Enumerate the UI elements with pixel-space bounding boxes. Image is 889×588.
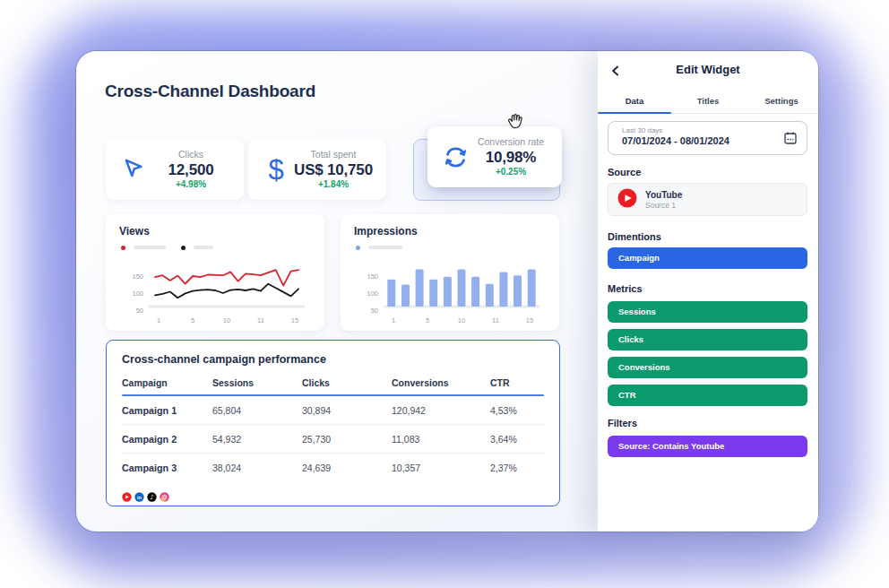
dimensions-heading: Dimentions (608, 231, 661, 242)
calendar-icon (783, 131, 798, 149)
kpi-card-conversion-rate-dragging[interactable]: Conversion rate 10,98% +0.25% (427, 126, 562, 187)
views-chart-legend (121, 244, 311, 251)
svg-text:10: 10 (223, 316, 230, 324)
svg-text:1: 1 (392, 316, 395, 324)
instagram-icon (160, 489, 169, 506)
svg-text:5: 5 (191, 316, 194, 324)
sync-icon (439, 145, 471, 169)
svg-text:50: 50 (136, 307, 143, 315)
svg-text:150: 150 (132, 272, 143, 281)
date-preset-label: Last 30 days (622, 126, 776, 134)
tiktok-icon: ♪ (147, 489, 157, 506)
kpi-label: Clicks (178, 149, 203, 160)
svg-text:11: 11 (257, 316, 264, 324)
table-header: Campaign Sessions Clicks Conversions CTR (122, 375, 544, 391)
kpi-value: 10,98% (486, 148, 536, 167)
source-item-youtube[interactable]: YouTube Source 1 (608, 183, 807, 216)
kpi-value: US$ 10,750 (294, 160, 373, 179)
column-header: Clicks (302, 377, 392, 388)
views-chart-widget[interactable]: Views 1501005015101115 (106, 214, 324, 331)
cursor-arrow-icon (117, 157, 150, 182)
kpi-card-total-spent[interactable]: $ Total spent US$ 10,750 +1.84% (248, 139, 386, 200)
kpi-delta: +1.84% (318, 179, 349, 191)
source-subtitle: Source 1 (645, 201, 682, 210)
svg-text:15: 15 (291, 316, 298, 324)
svg-text:50: 50 (371, 307, 378, 315)
source-heading: Source (608, 167, 641, 177)
svg-text:11: 11 (492, 316, 499, 324)
kpi-card-clicks[interactable]: Clicks 12,500 +4.98% (106, 139, 244, 200)
kpi-label: Conversion rate (478, 136, 544, 148)
panel-tabs: Data Titles Settings (598, 89, 818, 114)
panel-title: Edit Widget (598, 63, 818, 76)
svg-text:15: 15 (526, 316, 533, 324)
tab-data[interactable]: Data (598, 89, 671, 113)
column-header: Campaign (122, 377, 212, 388)
metric-pill-conversions[interactable]: Conversions (608, 357, 807, 378)
kpi-delta: +0.25% (496, 167, 526, 178)
impressions-chart-legend (356, 244, 546, 251)
impressions-bar-chart: 1501005015101115 (354, 253, 544, 326)
tab-titles[interactable]: Titles (671, 89, 745, 113)
dimension-pill-campaign[interactable]: Campaign (608, 247, 807, 269)
table-row: Campaign 3 38,024 24,639 10,357 2,37% (122, 454, 544, 481)
column-header: Sessions (212, 377, 302, 388)
source-name: YouTube (645, 189, 682, 201)
svg-text:150: 150 (367, 272, 378, 281)
metric-pill-ctr[interactable]: CTR (608, 385, 807, 406)
svg-text:♪: ♪ (150, 494, 153, 501)
metrics-heading: Metrics (608, 283, 643, 294)
date-range-value: 07/01/2024 - 08/01/2024 (622, 135, 776, 146)
table-row: Campaign 2 54,932 25,730 11,083 3,64% (122, 425, 544, 454)
dollar-icon: $ (260, 156, 292, 184)
svg-text:100: 100 (132, 290, 143, 298)
channel-source-icons: in ♪ (122, 489, 544, 506)
impressions-chart-widget[interactable]: Impressions 1501005015101115 (341, 214, 559, 331)
svg-text:100: 100 (367, 290, 378, 298)
filters-heading: Filters (608, 418, 637, 428)
column-header: CTR (490, 377, 544, 388)
table-title: Cross-channel campaign performance (122, 353, 544, 366)
metric-pill-sessions[interactable]: Sessions (608, 301, 807, 323)
filter-pill-source-youtube[interactable]: Source: Contains Youtube (608, 436, 807, 457)
svg-text:in: in (137, 495, 142, 500)
views-line-chart: 1501005015101115 (119, 253, 309, 326)
grab-hand-cursor-icon (505, 112, 528, 132)
campaign-performance-table-widget[interactable]: Cross-channel campaign performance Campa… (106, 340, 560, 506)
date-range-field[interactable]: Last 30 days 07/01/2024 - 08/01/2024 (608, 121, 807, 155)
kpi-label: Total spent (311, 149, 357, 160)
edit-widget-panel: Edit Widget Data Titles Settings Last 30… (598, 51, 818, 532)
svg-text:5: 5 (426, 316, 429, 324)
column-header: Conversions (392, 377, 490, 388)
page-title: Cross-Channel Dashboard (105, 82, 315, 101)
svg-text:10: 10 (458, 316, 465, 324)
metric-pill-clicks[interactable]: Clicks (608, 329, 807, 350)
kpi-value: 12,500 (168, 160, 214, 179)
kpi-delta: +4.98% (176, 179, 206, 191)
youtube-icon (122, 489, 132, 506)
tab-settings[interactable]: Settings (745, 89, 818, 113)
chart-title: Impressions (354, 225, 546, 238)
linkedin-icon: in (134, 489, 144, 506)
chart-title: Views (119, 225, 311, 238)
youtube-icon (617, 188, 637, 212)
table-row: Campaign 1 65,804 30,894 120,942 4,53% (122, 396, 544, 425)
svg-text:1: 1 (157, 316, 160, 324)
